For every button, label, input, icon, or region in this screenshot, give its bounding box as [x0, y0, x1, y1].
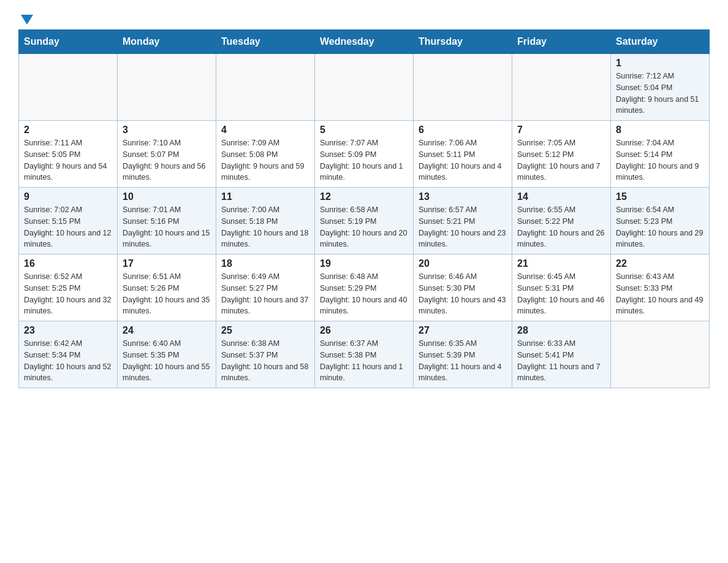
- calendar-cell: 19Sunrise: 6:48 AMSunset: 5:29 PMDayligh…: [315, 255, 414, 321]
- logo-arrow-icon: [21, 15, 33, 25]
- calendar-cell: 17Sunrise: 6:51 AMSunset: 5:26 PMDayligh…: [118, 255, 216, 321]
- day-info: Sunrise: 7:12 AMSunset: 5:04 PMDaylight:…: [616, 71, 704, 117]
- calendar-table: SundayMondayTuesdayWednesdayThursdayFrid…: [18, 29, 710, 388]
- day-info: Sunrise: 6:35 AMSunset: 5:39 PMDaylight:…: [419, 338, 507, 384]
- calendar-cell: 2Sunrise: 7:11 AMSunset: 5:05 PMDaylight…: [19, 121, 118, 188]
- calendar-cell: 13Sunrise: 6:57 AMSunset: 5:21 PMDayligh…: [414, 188, 512, 255]
- calendar-cell: 6Sunrise: 7:06 AMSunset: 5:11 PMDaylight…: [414, 121, 512, 188]
- calendar-cell: 14Sunrise: 6:55 AMSunset: 5:22 PMDayligh…: [512, 188, 611, 255]
- day-info: Sunrise: 6:43 AMSunset: 5:33 PMDaylight:…: [616, 271, 704, 317]
- day-info: Sunrise: 6:33 AMSunset: 5:41 PMDaylight:…: [517, 338, 605, 384]
- calendar-week-row: 1Sunrise: 7:12 AMSunset: 5:04 PMDaylight…: [19, 54, 710, 121]
- day-of-week-header: Thursday: [414, 30, 512, 54]
- calendar-cell: 12Sunrise: 6:58 AMSunset: 5:19 PMDayligh…: [315, 188, 414, 255]
- day-number: 11: [221, 191, 309, 202]
- page-header: [18, 12, 710, 23]
- day-number: 18: [221, 258, 309, 269]
- calendar-week-row: 16Sunrise: 6:52 AMSunset: 5:25 PMDayligh…: [19, 255, 710, 321]
- day-number: 23: [24, 325, 112, 336]
- day-number: 5: [320, 124, 408, 136]
- calendar-cell: 1Sunrise: 7:12 AMSunset: 5:04 PMDaylight…: [611, 54, 710, 121]
- day-number: 20: [419, 258, 507, 269]
- day-number: 21: [517, 258, 605, 269]
- day-number: 8: [616, 124, 704, 136]
- day-info: Sunrise: 7:10 AMSunset: 5:07 PMDaylight:…: [123, 137, 211, 183]
- day-number: 3: [123, 124, 211, 136]
- calendar-cell: 9Sunrise: 7:02 AMSunset: 5:15 PMDaylight…: [19, 188, 118, 255]
- calendar-cell: [118, 54, 216, 121]
- day-of-week-header: Saturday: [611, 30, 710, 54]
- day-of-week-header: Sunday: [19, 30, 118, 54]
- calendar-cell: 27Sunrise: 6:35 AMSunset: 5:39 PMDayligh…: [414, 321, 512, 388]
- calendar-cell: 25Sunrise: 6:38 AMSunset: 5:37 PMDayligh…: [216, 321, 315, 388]
- day-number: 25: [221, 325, 309, 336]
- calendar-cell: 23Sunrise: 6:42 AMSunset: 5:34 PMDayligh…: [19, 321, 118, 388]
- day-info: Sunrise: 7:04 AMSunset: 5:14 PMDaylight:…: [616, 137, 704, 183]
- calendar-cell: 11Sunrise: 7:00 AMSunset: 5:18 PMDayligh…: [216, 188, 315, 255]
- calendar-cell: 3Sunrise: 7:10 AMSunset: 5:07 PMDaylight…: [118, 121, 216, 188]
- calendar-cell: 7Sunrise: 7:05 AMSunset: 5:12 PMDaylight…: [512, 121, 611, 188]
- calendar-cell: 5Sunrise: 7:07 AMSunset: 5:09 PMDaylight…: [315, 121, 414, 188]
- day-info: Sunrise: 6:54 AMSunset: 5:23 PMDaylight:…: [616, 204, 704, 250]
- calendar-week-row: 9Sunrise: 7:02 AMSunset: 5:15 PMDaylight…: [19, 188, 710, 255]
- day-number: 9: [24, 191, 112, 202]
- day-info: Sunrise: 6:48 AMSunset: 5:29 PMDaylight:…: [320, 271, 408, 317]
- day-info: Sunrise: 6:51 AMSunset: 5:26 PMDaylight:…: [123, 271, 211, 317]
- day-info: Sunrise: 6:40 AMSunset: 5:35 PMDaylight:…: [123, 338, 211, 384]
- day-number: 26: [320, 325, 408, 336]
- calendar-cell: 18Sunrise: 6:49 AMSunset: 5:27 PMDayligh…: [216, 255, 315, 321]
- day-info: Sunrise: 7:00 AMSunset: 5:18 PMDaylight:…: [221, 204, 309, 250]
- day-number: 15: [616, 191, 704, 202]
- day-number: 2: [24, 124, 112, 136]
- day-info: Sunrise: 6:58 AMSunset: 5:19 PMDaylight:…: [320, 204, 408, 250]
- day-info: Sunrise: 6:37 AMSunset: 5:38 PMDaylight:…: [320, 338, 408, 384]
- day-number: 14: [517, 191, 605, 202]
- day-info: Sunrise: 6:57 AMSunset: 5:21 PMDaylight:…: [419, 204, 507, 250]
- day-number: 10: [123, 191, 211, 202]
- day-info: Sunrise: 7:11 AMSunset: 5:05 PMDaylight:…: [24, 137, 112, 183]
- day-number: 13: [419, 191, 507, 202]
- day-number: 7: [517, 124, 605, 136]
- calendar-cell: [414, 54, 512, 121]
- day-info: Sunrise: 7:06 AMSunset: 5:11 PMDaylight:…: [419, 137, 507, 183]
- calendar-cell: [19, 54, 118, 121]
- calendar-cell: 10Sunrise: 7:01 AMSunset: 5:16 PMDayligh…: [118, 188, 216, 255]
- day-info: Sunrise: 7:02 AMSunset: 5:15 PMDaylight:…: [24, 204, 112, 250]
- day-info: Sunrise: 6:45 AMSunset: 5:31 PMDaylight:…: [517, 271, 605, 317]
- day-number: 19: [320, 258, 408, 269]
- day-number: 28: [517, 325, 605, 336]
- logo: [18, 12, 33, 23]
- day-info: Sunrise: 7:01 AMSunset: 5:16 PMDaylight:…: [123, 204, 211, 250]
- day-of-week-header: Wednesday: [315, 30, 414, 54]
- day-of-week-header: Tuesday: [216, 30, 315, 54]
- day-info: Sunrise: 6:55 AMSunset: 5:22 PMDaylight:…: [517, 204, 605, 250]
- day-of-week-header: Friday: [512, 30, 611, 54]
- calendar-week-row: 2Sunrise: 7:11 AMSunset: 5:05 PMDaylight…: [19, 121, 710, 188]
- calendar-cell: 16Sunrise: 6:52 AMSunset: 5:25 PMDayligh…: [19, 255, 118, 321]
- day-info: Sunrise: 7:09 AMSunset: 5:08 PMDaylight:…: [221, 137, 309, 183]
- calendar-cell: 21Sunrise: 6:45 AMSunset: 5:31 PMDayligh…: [512, 255, 611, 321]
- day-number: 4: [221, 124, 309, 136]
- calendar-cell: 15Sunrise: 6:54 AMSunset: 5:23 PMDayligh…: [611, 188, 710, 255]
- calendar-cell: 4Sunrise: 7:09 AMSunset: 5:08 PMDaylight…: [216, 121, 315, 188]
- day-info: Sunrise: 7:05 AMSunset: 5:12 PMDaylight:…: [517, 137, 605, 183]
- calendar-cell: 28Sunrise: 6:33 AMSunset: 5:41 PMDayligh…: [512, 321, 611, 388]
- day-info: Sunrise: 6:38 AMSunset: 5:37 PMDaylight:…: [221, 338, 309, 384]
- day-info: Sunrise: 7:07 AMSunset: 5:09 PMDaylight:…: [320, 137, 408, 183]
- day-number: 12: [320, 191, 408, 202]
- calendar-cell: 22Sunrise: 6:43 AMSunset: 5:33 PMDayligh…: [611, 255, 710, 321]
- day-number: 16: [24, 258, 112, 269]
- calendar-cell: 8Sunrise: 7:04 AMSunset: 5:14 PMDaylight…: [611, 121, 710, 188]
- day-number: 27: [419, 325, 507, 336]
- day-info: Sunrise: 6:42 AMSunset: 5:34 PMDaylight:…: [24, 338, 112, 384]
- calendar-header-row: SundayMondayTuesdayWednesdayThursdayFrid…: [19, 30, 710, 54]
- day-number: 6: [419, 124, 507, 136]
- calendar-cell: 20Sunrise: 6:46 AMSunset: 5:30 PMDayligh…: [414, 255, 512, 321]
- calendar-cell: 24Sunrise: 6:40 AMSunset: 5:35 PMDayligh…: [118, 321, 216, 388]
- calendar-cell: [216, 54, 315, 121]
- calendar-cell: [512, 54, 611, 121]
- calendar-cell: [611, 321, 710, 388]
- day-number: 17: [123, 258, 211, 269]
- day-info: Sunrise: 6:46 AMSunset: 5:30 PMDaylight:…: [419, 271, 507, 317]
- day-info: Sunrise: 6:49 AMSunset: 5:27 PMDaylight:…: [221, 271, 309, 317]
